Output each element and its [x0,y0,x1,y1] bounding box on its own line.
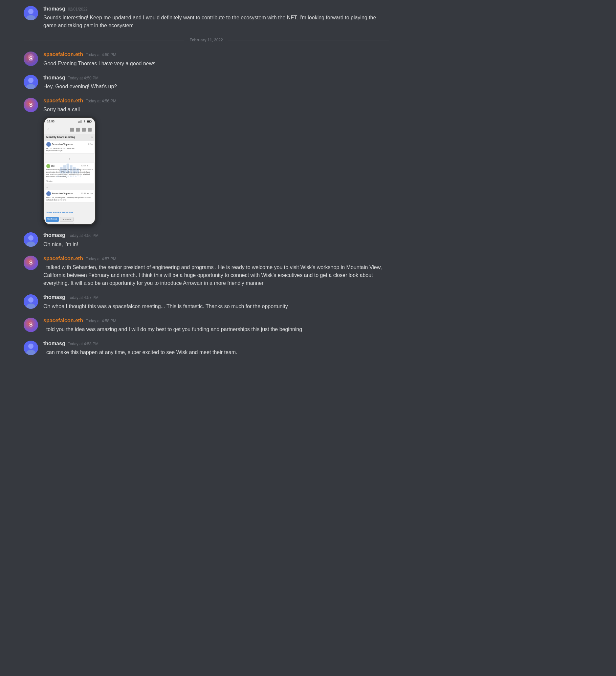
message-group: S spacefalcon.eth Today at 4:58 PM I tol… [23,317,389,333]
avatar [23,75,38,89]
message-content: spacefalcon.eth Today at 4:57 PM I talke… [43,255,389,287]
message-content: thomasg Today at 4:58 PM I can make this… [43,340,389,356]
message-content: thomasg Today at 4:50 PM Hey, Good eveni… [43,74,389,91]
avatar: S [23,98,38,112]
svg-point-8 [28,78,34,83]
timestamp: 02/01/2022 [68,7,88,12]
message-text: Good Evening Thomas I have very a good n… [43,60,389,68]
message-group: S spacefalcon.eth Today at 4:57 PM I tal… [23,255,389,287]
svg-rect-14 [79,121,80,123]
message-header: spacefalcon.eth Today at 4:50 PM [43,51,389,58]
email-subject: Monthly board meeting [46,135,75,139]
avatar: S [23,318,38,332]
avatar [23,6,38,20]
svg-text:S: S [29,56,33,61]
avatar: S [23,52,38,66]
timestamp: Today at 4:57 PM [68,295,99,300]
ready-button[interactable]: I am ready. [60,217,73,222]
svg-text:S: S [29,322,33,328]
avatar [23,341,38,355]
svg-rect-19 [92,121,92,122]
message-text: I told you the idea was amazing and I wi… [43,326,389,333]
svg-text:S: S [29,102,33,108]
message-content: thomasg Today at 4:57 PM Oh whoa I thoug… [43,294,389,310]
message-text: I talked with Sebastien, the senior pres… [43,264,389,287]
decline-button[interactable]: Sorry, I can't make it tonight. [46,223,74,225]
message-header: thomasg 02/01/2022 [43,5,389,12]
message-content: spacefalcon.eth Today at 4:50 PM Good Ev… [43,51,389,67]
message-preview: Hi Loh, here is the zoom call link https… [46,147,93,153]
message-text: Oh nice, I'm in! [43,240,389,248]
svg-point-21 [28,235,34,240]
username: spacefalcon.eth [43,97,83,104]
username: spacefalcon.eth [43,255,83,262]
svg-rect-16 [81,120,82,123]
svg-rect-15 [80,120,81,123]
message-group: thomasg Today at 4:50 PM Hey, Good eveni… [23,74,389,91]
message-header: thomasg Today at 4:57 PM [43,294,389,301]
avatar [23,232,38,247]
username: thomasg [43,232,65,239]
view-entire-message: VIEW ENTIRE MESSAGE [46,211,73,214]
date-divider: February 11, 2022 [23,38,389,43]
message-content: spacefalcon.eth Today at 4:58 PM I told … [43,317,389,333]
username: thomasg [43,340,65,347]
message-group: thomasg Today at 4:58 PM I can make this… [23,340,389,356]
username: thomasg [43,294,65,301]
avatar [23,294,38,309]
timestamp: Today at 4:50 PM [68,75,99,81]
timestamp: Today at 4:50 PM [86,52,116,58]
message-group: thomasg 02/01/2022 Sounds interesting! K… [23,5,389,30]
message-group: thomasg Today at 4:56 PM Oh nice, I'm in… [23,232,389,248]
timestamp: Today at 4:56 PM [86,99,116,104]
avatar: S [23,256,38,270]
message-content: thomasg Today at 4:56 PM Oh nice, I'm in… [43,232,389,248]
message-header: thomasg Today at 4:50 PM [43,74,389,81]
message-text: Sounds interesting! Keep me updated and … [43,14,389,30]
message-group: thomasg Today at 4:57 PM Oh whoa I thoug… [23,294,389,310]
username: spacefalcon.eth [43,317,83,324]
message-content: thomasg 02/01/2022 Sounds interesting! K… [43,5,389,30]
svg-rect-18 [87,121,90,122]
phone-nav-bar: ‹ [44,125,95,134]
timestamp: Today at 4:57 PM [86,256,116,262]
message-content: spacefalcon.eth Today at 4:56 PM Sorry h… [43,97,389,225]
message-header: spacefalcon.eth Today at 4:58 PM [43,317,389,324]
svg-point-1 [28,9,34,14]
phone-status-bar: 16:53 [44,118,95,125]
message-text: Sorry had a call [43,106,389,114]
timestamp: Today at 4:56 PM [68,233,99,238]
message-header: thomasg Today at 4:56 PM [43,232,389,239]
svg-rect-13 [78,121,79,123]
message-text: Hey, Good evening! What's up? [43,83,389,91]
svg-point-27 [28,297,34,302]
message-group: S spacefalcon.eth Today at 4:50 PM Good … [23,51,389,67]
message-text: I can make this happen at any time, supe… [43,348,389,356]
chat-container: thomasg 02/01/2022 Sounds interesting! K… [0,0,394,368]
username: thomasg [43,74,65,81]
timestamp: Today at 4:58 PM [68,341,99,347]
phone-screenshot: 16:53 ‹ [43,117,96,225]
sender-name: Sebastien Vigneron [52,143,73,146]
message-group-with-image: S spacefalcon.eth Today at 4:56 PM Sorry… [23,97,389,225]
username: spacefalcon.eth [43,51,83,58]
svg-text:S: S [29,260,33,266]
svg-point-33 [28,344,34,349]
message-text: Oh whoa I thought this was a spacefalcon… [43,302,389,311]
timestamp: Today at 4:58 PM [86,318,116,324]
username: thomasg [43,5,65,12]
confirm-button[interactable]: Confirmed [46,217,59,222]
message-header: spacefalcon.eth Today at 4:56 PM [43,97,389,104]
message-header: thomasg Today at 4:58 PM [43,340,389,347]
message-header: spacefalcon.eth Today at 4:57 PM [43,255,389,262]
